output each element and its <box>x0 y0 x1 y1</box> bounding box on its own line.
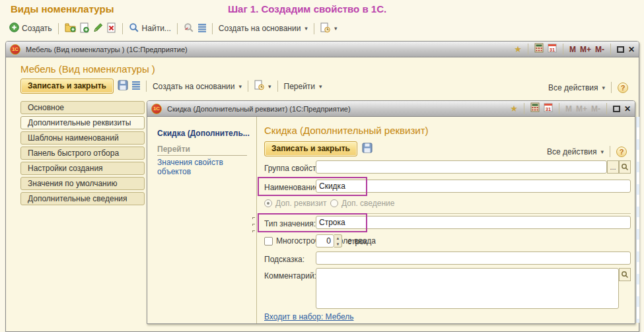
dialog-left-panel: Скидка (Дополнитель... Перейти Значения … <box>147 117 257 323</box>
spin-down-icon: ▼ <box>334 241 341 247</box>
save-and-close-button[interactable]: Записать и закрыть <box>264 141 357 156</box>
add-folder-icon[interactable] <box>65 22 76 34</box>
separator <box>314 23 314 34</box>
group-field-input[interactable] <box>316 160 607 174</box>
page-title: Виды номенклатуры <box>11 3 114 15</box>
find-button[interactable]: Найти... <box>129 22 171 35</box>
maximize-button[interactable] <box>617 46 624 53</box>
comment-open-button[interactable] <box>619 268 631 281</box>
favorites-star-icon[interactable]: ★ <box>514 44 522 54</box>
separator <box>610 44 611 55</box>
save-icon[interactable] <box>362 143 373 156</box>
copy-item-icon[interactable] <box>80 22 89 35</box>
lines-count-stepper[interactable]: ▲ ▼ <box>334 234 342 248</box>
create-based-on-button[interactable]: Создать на основании ▾ <box>219 24 308 33</box>
save-icon[interactable] <box>118 80 128 92</box>
main-window-titlebar[interactable]: 1С Мебель (Вид номенклатуры ) (1С:Предпр… <box>6 42 639 57</box>
tab-shablony-naimenovanij[interactable]: Шаблоны наименований <box>20 131 145 145</box>
close-button[interactable]: ✕ <box>628 45 635 54</box>
page-clock-icon <box>254 80 264 92</box>
step-annotation-title: Шаг 1. Создадим свойство в 1С. <box>228 3 386 15</box>
hint-field-input[interactable] <box>316 251 631 265</box>
create-button[interactable]: Создать <box>9 22 52 34</box>
calendar-icon[interactable]: 31 <box>544 102 553 115</box>
chevron-down-icon: ▾ <box>334 25 338 32</box>
group-select-button[interactable]: ... <box>607 160 619 174</box>
memory-mplus-button[interactable]: M+ <box>580 45 591 54</box>
help-button[interactable]: ? <box>618 83 628 93</box>
dialog-titlebar[interactable]: 1С Скидка (Дополнительный реквизит) (1С:… <box>147 101 635 117</box>
radio-dop-rekvizit[interactable]: Доп. реквизит <box>264 199 326 208</box>
dialog-nav-current[interactable]: Скидка (Дополнитель... <box>157 129 250 138</box>
comment-field-textarea[interactable] <box>316 268 619 309</box>
favorites-star-icon[interactable]: ★ <box>510 104 518 114</box>
list-settings-icon[interactable] <box>132 81 140 92</box>
list-toolbar: Создать Найти... Создать на основании ▾ … <box>9 20 337 36</box>
dialog-title: Скидка (Дополнительный реквизит) (1С:Пре… <box>167 105 351 113</box>
separator <box>212 23 213 34</box>
memory-mminus-button[interactable]: M- <box>595 45 604 54</box>
onec-logo-icon: 1С <box>151 104 162 114</box>
separator <box>563 44 563 55</box>
save-and-close-button[interactable]: Записать и закрыть <box>20 79 114 94</box>
help-button[interactable]: ? <box>616 147 627 157</box>
find-label: Найти... <box>142 24 171 33</box>
tab-osnovnoe[interactable]: Основное <box>20 101 145 114</box>
calendar-icon[interactable]: 31 <box>548 43 557 55</box>
create-label: Создать <box>22 24 52 33</box>
close-button[interactable]: ✕ <box>624 104 631 114</box>
tab-dopolnitelnye-svedeniya[interactable]: Дополнительные сведения <box>20 192 145 205</box>
calculator-icon[interactable] <box>530 102 540 115</box>
panel-splitter-handle[interactable] <box>252 217 255 232</box>
dialog-toolbar: Записать и закрыть <box>264 141 373 156</box>
list-settings-icon[interactable] <box>198 23 206 34</box>
create-based-on-button[interactable]: Создать на основании ▾ <box>153 82 242 91</box>
cancel-search-icon[interactable] <box>184 22 194 35</box>
radio-dop-svedenie[interactable]: Доп. сведение <box>330 199 394 208</box>
dialog-nav-link-values[interactable]: Значения свойств объектов <box>157 158 256 176</box>
belongs-to-set-link[interactable]: Входит в набор: Мебель <box>264 312 354 321</box>
all-actions-button[interactable]: Все действия ▾ <box>547 147 604 156</box>
main-window-toolbar: Записать и закрыть Создать на основании … <box>20 79 322 94</box>
memory-mplus-button[interactable]: M+ <box>576 104 587 114</box>
tab-nastrojki-sozdaniya[interactable]: Настройки создания <box>20 162 145 175</box>
lines-suffix-label: строк <box>347 237 367 246</box>
separator <box>528 44 528 55</box>
radio-dop-svedenie-label: Доп. сведение <box>341 199 394 208</box>
name-field-input[interactable] <box>316 180 631 193</box>
separator <box>559 103 559 114</box>
group-open-button[interactable] <box>619 160 631 174</box>
hint-field-label: Подсказка: <box>264 255 304 264</box>
calculator-icon[interactable] <box>534 43 544 55</box>
memory-m-button[interactable]: M <box>569 45 576 54</box>
goto-label: Перейти <box>284 82 316 91</box>
tab-znacheniya-po-umolchaniyu[interactable]: Значения по умолчанию <box>20 177 145 190</box>
reports-menu-button[interactable]: ▾ <box>254 80 271 92</box>
all-actions-area: Все действия ▾ ? <box>548 82 628 93</box>
goto-menu-button[interactable]: Перейти ▾ <box>284 82 322 91</box>
name-field-label: Наименование: <box>264 183 322 192</box>
maximize-button[interactable] <box>613 106 620 112</box>
all-actions-button[interactable]: Все действия ▾ <box>548 83 605 92</box>
divider <box>268 213 631 214</box>
separator <box>122 23 123 34</box>
tab-panel-bystrogo-otbora[interactable]: Панель быстрого отбора <box>20 147 145 160</box>
svg-text:31: 31 <box>546 106 551 112</box>
type-field-input[interactable] <box>316 216 631 229</box>
delete-item-icon[interactable] <box>107 22 116 35</box>
tab-dopolnitelnye-rekvizity[interactable]: Дополнительные реквизиты <box>20 116 145 129</box>
lines-count-input[interactable] <box>316 234 334 248</box>
memory-m-button[interactable]: M <box>565 104 572 114</box>
all-actions-label: Все действия <box>548 83 598 92</box>
attribute-dialog-window: 1С Скидка (Дополнительный реквизит) (1С:… <box>147 100 635 324</box>
memory-mminus-button[interactable]: M- <box>591 104 600 114</box>
edit-pencil-icon[interactable] <box>93 22 103 34</box>
svg-text:31: 31 <box>550 47 555 53</box>
main-window-title: Мебель (Вид номенклатуры ) (1С:Предприят… <box>26 46 188 53</box>
checkbox-unchecked-icon <box>264 237 273 246</box>
chevron-down-icon: ▾ <box>304 25 308 32</box>
reports-menu-button[interactable]: ▾ <box>320 22 338 35</box>
radio-unselected-icon <box>330 199 338 207</box>
radio-selected-icon <box>264 199 272 207</box>
create-based-label: Создать на основании <box>153 82 235 91</box>
